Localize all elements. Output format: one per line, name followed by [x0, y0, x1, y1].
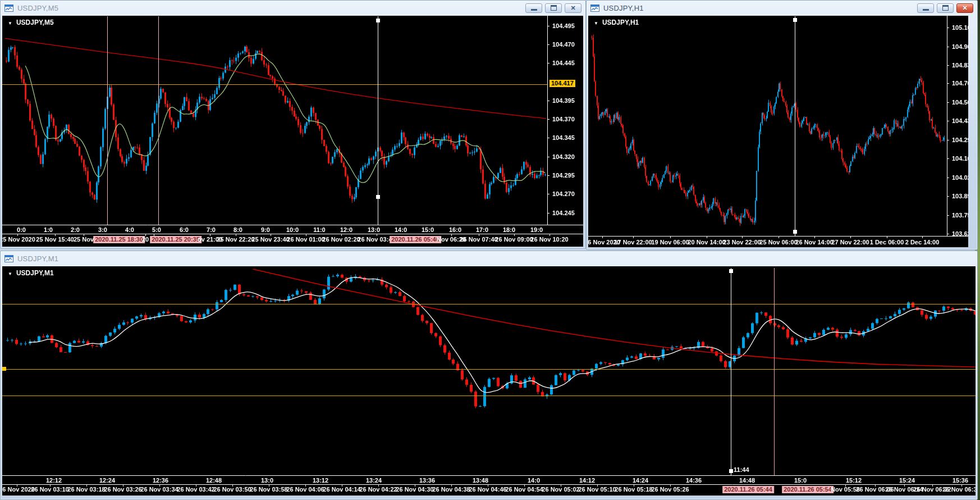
window-usdjpy-m1: USDJPY,M1 ▼ USDJPY,M1 11:4426 Nov 202026… [0, 251, 978, 500]
price-axis-tick: 104.025 [952, 174, 968, 181]
date-label: 26 Nov 03:18 [67, 486, 105, 493]
date-label: 26 Nov 04:38 [432, 486, 470, 493]
minimize-icon [923, 9, 929, 11]
window-usdjpy-h1: USDJPY,H1 ✕ ▼ USDJPY,H1 105.100104.96510… [586, 0, 978, 250]
titlebar-usdjpy-h1[interactable]: USDJPY,H1 ✕ [587, 1, 977, 15]
time-axis-tick: 4:0 [125, 226, 134, 233]
date-label: 26 Nov 04:14 [323, 486, 360, 493]
time-axis-tick: 13:0 [368, 226, 380, 233]
date-label: 20 [142, 236, 149, 243]
date-label: 26 Nov 09:00 [495, 236, 533, 243]
chart-area-m5[interactable]: ▼ USDJPY,M5 104.495104.470104.445104.395… [2, 16, 583, 247]
price-axis-tick: 104.295 [552, 172, 575, 179]
chevron-down-icon: ▼ [594, 21, 598, 26]
price-axis-tick: 104.320 [552, 153, 575, 160]
date-label: 25 Nov 2020 [2, 236, 35, 243]
chart-symbol-label[interactable]: ▼ USDJPY,M5 [8, 19, 54, 26]
price-line-badge: 104.417 [549, 80, 575, 87]
time-axis-tick: 13:36 [419, 477, 435, 484]
chart-window-icon [4, 4, 13, 12]
date-label: 26 Nov 04:46 [469, 486, 506, 493]
date-label: 23 Nov 22:00 [723, 239, 761, 246]
price-axis-tick: 103.755 [952, 212, 968, 219]
price-axis-tick: 103.890 [952, 193, 968, 199]
time-axis-tick: 15:0 [422, 226, 434, 233]
chevron-down-icon: ▼ [8, 21, 12, 26]
chart-window-icon [4, 255, 13, 262]
titlebar-usdjpy-m1[interactable]: USDJPY,M1 [1, 251, 977, 266]
h1-chart-canvas[interactable] [588, 16, 968, 247]
date-label: 25 Nov 23:40 [251, 236, 289, 243]
m1-chart-canvas[interactable] [2, 266, 976, 496]
chevron-down-icon: ▼ [8, 271, 12, 276]
price-axis-tick: 104.345 [552, 134, 575, 141]
close-button[interactable]: ✕ [565, 3, 581, 13]
date-label: 26 Nov 03:42 [177, 486, 214, 493]
time-axis-tick: 3:0 [98, 226, 107, 233]
chart-symbol-label[interactable]: ▼ USDJPY,M1 [8, 269, 54, 277]
date-label: 26 Nov 05:02 [542, 486, 579, 493]
date-label: 26 Nov 2020 [2, 486, 35, 493]
m5-chart-canvas[interactable] [2, 16, 583, 247]
price-axis-tick: 104.370 [552, 116, 575, 122]
price-axis-tick: 104.470 [552, 41, 575, 48]
minimize-button[interactable] [525, 3, 542, 13]
close-icon: ✕ [962, 5, 967, 11]
time-axis-tick: 14:12 [579, 477, 595, 484]
window-title: USDJPY,H1 [603, 4, 644, 12]
time-axis-tick: 12:48 [206, 477, 222, 484]
chart-area-m1[interactable]: ▼ USDJPY,M1 11:4426 Nov 202026 Nov 03:10… [2, 266, 976, 496]
date-label: 27 Nov 22:00 [831, 239, 869, 246]
date-label: 20 Nov 14:00 [688, 239, 725, 246]
close-button[interactable]: ✕ [956, 3, 973, 13]
date-label: 26 Nov 10:20 [530, 236, 568, 243]
date-label: 26 Nov 04:06 [286, 486, 324, 493]
date-label: Nov 05:58 [831, 486, 860, 493]
time-axis-tick: 17:0 [476, 226, 488, 233]
time-axis-tick: 12:0 [340, 226, 352, 233]
date-label: 25 Nov 06:00 [759, 239, 797, 246]
date-label: 2 Dec 14:00 [905, 239, 940, 246]
restore-icon [551, 5, 557, 11]
date-label: 17 Nov 22:00 [614, 239, 652, 246]
date-label: 26 Nov 05:18 [615, 486, 652, 493]
time-axis-tick: 8:0 [233, 226, 242, 233]
time-axis-tick: 12:24 [99, 477, 115, 484]
chart-area-h1[interactable]: ▼ USDJPY,H1 105.100104.965104.830104.700… [588, 16, 968, 247]
time-axis-tick: 13:0 [261, 477, 273, 484]
time-axis-tick: 5:0 [152, 226, 161, 233]
date-label: 26 Nov 03:50 [213, 486, 251, 493]
window-title: USDJPY,M1 [17, 254, 58, 263]
yellow-line-anchor-marker [2, 367, 6, 371]
chart-window-icon [590, 4, 599, 12]
restore-button[interactable] [937, 3, 954, 13]
date-label-highlighted: 2020.11.26 05:44 [722, 486, 774, 493]
chart-symbol-label[interactable]: ▼ USDJPY,H1 [594, 19, 639, 26]
price-axis-tick: 104.430 [952, 117, 968, 124]
time-axis-tick: 1:0 [44, 226, 53, 233]
date-label-highlighted: 2020.11.25 18:30 [93, 236, 145, 243]
time-axis-tick: 14:0 [395, 226, 407, 233]
time-axis-tick: 14:36 [686, 477, 702, 484]
time-axis-tick: 16:0 [449, 226, 461, 233]
price-axis-tick: 104.245 [552, 210, 575, 216]
chart-symbol-text: USDJPY,H1 [602, 19, 639, 26]
date-label-highlighted: 2020.11.25 20:35 [150, 236, 202, 243]
time-axis-tick: 0:0 [17, 226, 26, 233]
time-axis-tick: 15:24 [899, 477, 915, 484]
price-axis-tick: 105.100 [952, 24, 968, 31]
desktop: USDJPY,M5 ✕ ▼ USDJPY,M5 104.495104.47010… [0, 0, 980, 500]
date-label: 26 Nov 05:26 [651, 486, 689, 493]
titlebar-usdjpy-m5[interactable]: USDJPY,M5 ✕ [1, 1, 585, 15]
date-label: 26 Nov 04:30 [396, 486, 433, 493]
date-label-highlighted: 2020.11.26 05:54 [782, 486, 834, 493]
minimize-icon [531, 9, 537, 11]
price-axis-tick: 104.495 [552, 22, 575, 29]
price-axis-tick: 104.270 [552, 190, 575, 197]
restore-button[interactable] [545, 3, 562, 13]
date-label: 26 Nov 14:00 [795, 239, 833, 246]
minimize-button[interactable] [917, 3, 934, 13]
time-axis-tick: 14:0 [528, 477, 540, 484]
time-axis-tick: 11:0 [313, 226, 325, 233]
date-label: 19 Nov 06:00 [651, 239, 689, 246]
